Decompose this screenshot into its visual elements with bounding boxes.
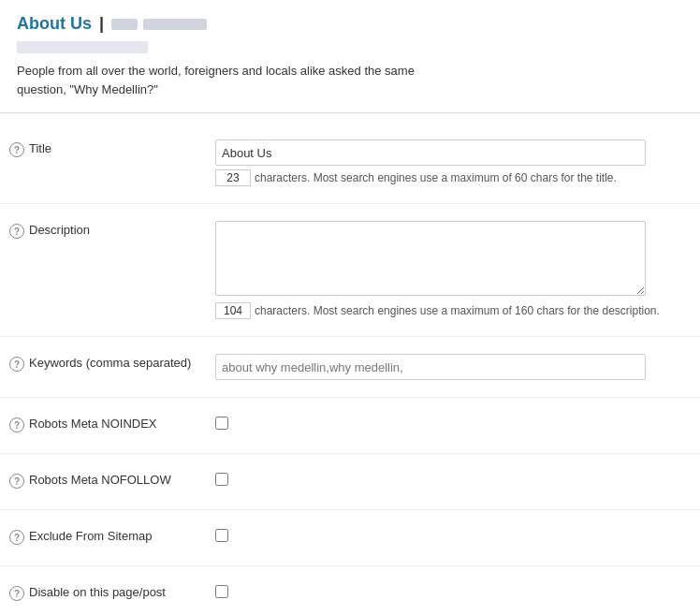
title-char-info-text: characters. Most search engines use a ma…: [255, 171, 617, 184]
disable-label: Disable on this page/post: [29, 585, 166, 599]
url-bar: [17, 41, 148, 53]
title-separator: |: [99, 14, 104, 34]
title-label-col: ? Title: [9, 139, 215, 157]
title-input[interactable]: [215, 139, 646, 166]
keywords-input-col: [215, 354, 683, 380]
url-bar-row: [17, 41, 683, 62]
description-row: ? Description 104 characters. Most searc…: [0, 204, 700, 337]
robots-nofollow-label-col: ? Robots Meta NOFOLLOW: [9, 471, 215, 489]
description-label-col: ? Description: [9, 221, 215, 239]
keywords-row: ? Keywords (comma separated): [0, 337, 700, 398]
description-textarea[interactable]: [215, 221, 646, 296]
description-char-info-text: characters. Most search engines use a ma…: [255, 304, 660, 317]
page-wrapper: About Us | People from all over the worl…: [0, 0, 700, 615]
blurred-breadcrumb-1: [111, 19, 138, 30]
title-input-col: 23 characters. Most search engines use a…: [215, 139, 683, 186]
exclude-sitemap-input-col: [215, 527, 683, 545]
excerpt-text: People from all over the world, foreigne…: [17, 62, 466, 98]
robots-noindex-input-col: [215, 415, 683, 432]
keywords-label-col: ? Keywords (comma separated): [9, 354, 215, 372]
description-field-label: Description: [29, 223, 90, 237]
robots-nofollow-input-col: [215, 471, 683, 489]
disable-row: ? Disable on this page/post: [0, 566, 700, 615]
disable-label-col: ? Disable on this page/post: [9, 583, 215, 601]
page-title: About Us: [17, 14, 92, 34]
keywords-field-label: Keywords (comma separated): [29, 356, 191, 370]
disable-help-icon[interactable]: ?: [9, 586, 24, 601]
title-char-info: 23 characters. Most search engines use a…: [215, 169, 683, 186]
robots-noindex-label-col: ? Robots Meta NOINDEX: [9, 415, 215, 432]
title-char-count: 23: [215, 169, 251, 186]
robots-noindex-help-icon[interactable]: ?: [9, 417, 24, 432]
page-title-row: About Us |: [17, 14, 683, 34]
exclude-sitemap-label-col: ? Exclude From Sitemap: [9, 527, 215, 545]
robots-nofollow-row: ? Robots Meta NOFOLLOW: [0, 454, 700, 510]
robots-nofollow-label: Robots Meta NOFOLLOW: [29, 473, 171, 487]
form-section: ? Title 23 characters. Most search engin…: [0, 113, 700, 615]
description-char-count: 104: [215, 302, 251, 319]
description-help-icon[interactable]: ?: [9, 224, 24, 239]
exclude-sitemap-help-icon[interactable]: ?: [9, 530, 24, 545]
robots-noindex-row: ? Robots Meta NOINDEX: [0, 398, 700, 454]
disable-checkbox[interactable]: [215, 585, 228, 598]
description-char-info: 104 characters. Most search engines use …: [215, 302, 683, 319]
disable-input-col: [215, 583, 683, 601]
title-field-label: Title: [29, 141, 51, 155]
exclude-sitemap-row: ? Exclude From Sitemap: [0, 510, 700, 566]
keywords-help-icon[interactable]: ?: [9, 357, 24, 372]
description-input-col: 104 characters. Most search engines use …: [215, 221, 683, 319]
title-help-icon[interactable]: ?: [9, 142, 24, 157]
blurred-breadcrumb-2: [143, 19, 207, 30]
exclude-sitemap-checkbox[interactable]: [215, 529, 228, 542]
keywords-input[interactable]: [215, 354, 646, 380]
top-section: About Us | People from all over the worl…: [0, 0, 700, 113]
robots-nofollow-checkbox[interactable]: [215, 473, 228, 486]
exclude-sitemap-label: Exclude From Sitemap: [29, 529, 153, 543]
robots-nofollow-help-icon[interactable]: ?: [9, 474, 24, 489]
title-row: ? Title 23 characters. Most search engin…: [0, 123, 700, 204]
robots-noindex-label: Robots Meta NOINDEX: [29, 417, 157, 431]
breadcrumb-blurred: [111, 19, 207, 30]
robots-noindex-checkbox[interactable]: [215, 417, 228, 430]
